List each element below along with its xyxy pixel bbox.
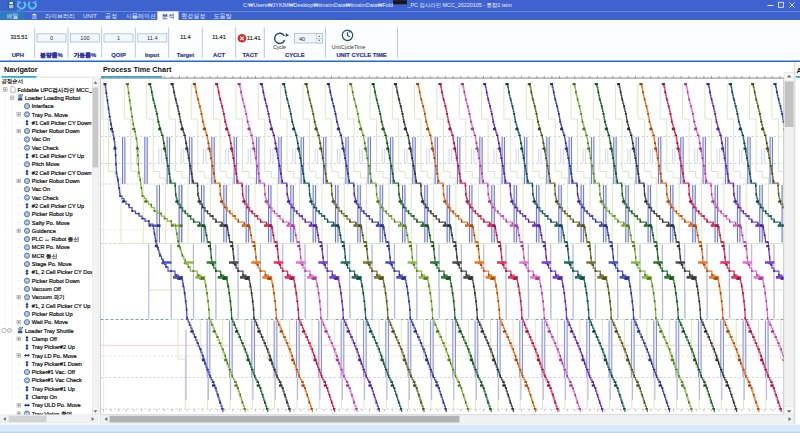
- svg-text:PLC ↔ Robot 통신: PLC ↔ Robot 통신: [32, 236, 79, 242]
- svg-text:0: 0: [50, 35, 53, 41]
- svg-text:Navigator: Navigator: [4, 65, 38, 74]
- svg-text:#2 Cell Picker CY Down: #2 Cell Picker CY Down: [32, 170, 92, 176]
- svg-text:Safty Po. Move: Safty Po. Move: [32, 220, 70, 226]
- svg-text:Stage Po. Move: Stage Po. Move: [32, 261, 72, 267]
- svg-text:11.4: 11.4: [180, 34, 190, 40]
- svg-text:Interface: Interface: [32, 103, 54, 109]
- svg-text:40: 40: [299, 36, 305, 42]
- svg-text:11.4: 11.4: [147, 35, 157, 41]
- svg-text:C:₩Users₩JYKIM₩Desktop₩timsimD: C:₩Users₩JYKIM₩Desktop₩timsimData₩timsim…: [243, 2, 393, 8]
- svg-text:Vac Check: Vac Check: [32, 195, 59, 201]
- svg-text:Process Time Chart: Process Time Chart: [103, 65, 172, 74]
- svg-text:_PC 검사라인 MCC_20220105 - 통합2: _PC 검사라인 MCC_20220105 - 통합2.tsim: [407, 2, 513, 8]
- svg-text:UNIT CYCLE TIME: UNIT CYCLE TIME: [336, 52, 386, 58]
- svg-text:Picker Robot Down: Picker Robot Down: [32, 178, 80, 184]
- svg-text:11.41: 11.41: [212, 34, 226, 40]
- svg-text:QOIP: QOIP: [111, 52, 126, 58]
- svg-text:Input: Input: [145, 52, 159, 58]
- svg-text:Tray ULD Po. Move: Tray ULD Po. Move: [32, 402, 81, 408]
- svg-text:Picker Robot Down: Picker Robot Down: [32, 128, 80, 134]
- svg-text:Picker#1 Vac Check: Picker#1 Vac Check: [32, 377, 82, 383]
- svg-text:공정순서: 공정순서: [2, 78, 24, 85]
- svg-text:UPH: UPH: [12, 52, 24, 58]
- svg-text:Clamp Off: Clamp Off: [32, 336, 58, 342]
- svg-text:A: A: [797, 66, 800, 75]
- svg-text:라이브러리: 라이브러리: [45, 13, 75, 19]
- svg-text:#1 Cell Picker CY Down: #1 Cell Picker CY Down: [32, 120, 92, 126]
- svg-text:Cycle: Cycle: [273, 44, 286, 50]
- svg-text:Vac On: Vac On: [32, 186, 50, 192]
- svg-text:Foldable UPC검사라인 MCC_20: Foldable UPC검사라인 MCC_20: [17, 87, 98, 93]
- svg-text:Picker Robot Down: Picker Robot Down: [32, 278, 80, 284]
- svg-text:도움말: 도움말: [214, 13, 232, 19]
- svg-text:UnitCycleTime: UnitCycleTime: [332, 44, 366, 50]
- svg-text:Target: Target: [177, 52, 194, 58]
- svg-text:Vac On: Vac On: [32, 136, 50, 142]
- svg-text:ACT: ACT: [213, 52, 225, 58]
- svg-text:UNIT: UNIT: [83, 13, 97, 19]
- svg-text:315.51: 315.51: [10, 34, 27, 40]
- svg-text:#1, 2 Cell Picker CY Up: #1, 2 Cell Picker CY Up: [32, 303, 91, 309]
- svg-text:Pitch Move: Pitch Move: [32, 161, 60, 167]
- svg-text:홈: 홈: [32, 13, 38, 19]
- svg-text:Wait Po. Move: Wait Po. Move: [32, 319, 68, 325]
- svg-text:Loader Loading Robot: Loader Loading Robot: [25, 95, 81, 101]
- svg-text:#1, 2 Cell Picker CY Down: #1, 2 Cell Picker CY Down: [32, 269, 98, 275]
- svg-text:불량률%: 불량률%: [40, 52, 63, 59]
- svg-text:Vacuum Off: Vacuum Off: [32, 286, 61, 292]
- svg-text:1: 1: [117, 35, 120, 41]
- svg-text:100: 100: [80, 35, 89, 41]
- svg-text:#2 Cell Picker CY Up: #2 Cell Picker CY Up: [32, 203, 84, 209]
- svg-text:Guidence: Guidence: [32, 228, 56, 234]
- svg-text:Picker Robot Up: Picker Robot Up: [32, 211, 73, 217]
- svg-text:Tray Picker#1 Down: Tray Picker#1 Down: [32, 361, 82, 367]
- svg-text:가동률%: 가동률%: [74, 52, 97, 59]
- svg-text:#1 Cell Picker CY Up: #1 Cell Picker CY Up: [32, 153, 84, 159]
- svg-text:TACT: TACT: [242, 52, 257, 58]
- svg-text:CYCLE: CYCLE: [285, 52, 305, 58]
- svg-text:Tray LD Po. Move: Tray LD Po. Move: [32, 353, 77, 359]
- svg-text:MCR 통신: MCR 통신: [32, 253, 57, 259]
- svg-text:Clamp On: Clamp On: [32, 394, 57, 400]
- svg-text:Tray Po. Move: Tray Po. Move: [32, 112, 68, 118]
- svg-text:Picker Robot Up: Picker Robot Up: [32, 311, 73, 317]
- svg-text:환경설정: 환경설정: [181, 13, 205, 20]
- svg-text:시뮬레이션: 시뮬레이션: [126, 13, 156, 19]
- svg-text:분석: 분석: [162, 13, 174, 20]
- svg-text:11.41: 11.41: [247, 35, 261, 41]
- svg-text:MCR Po. Move: MCR Po. Move: [32, 244, 70, 250]
- svg-text:Vacuum 파기: Vacuum 파기: [32, 294, 65, 300]
- svg-text:Tray Picker#2 Up: Tray Picker#2 Up: [32, 344, 75, 350]
- svg-text:공정: 공정: [105, 13, 117, 20]
- svg-text:파일: 파일: [6, 13, 18, 19]
- svg-text:Vac Check: Vac Check: [32, 145, 59, 151]
- svg-text:Tray Picker#1 Up: Tray Picker#1 Up: [32, 386, 75, 392]
- svg-text:Picker#1 Vac. Off: Picker#1 Vac. Off: [32, 369, 75, 375]
- svg-text:Loader Tray Shuttle: Loader Tray Shuttle: [25, 328, 74, 334]
